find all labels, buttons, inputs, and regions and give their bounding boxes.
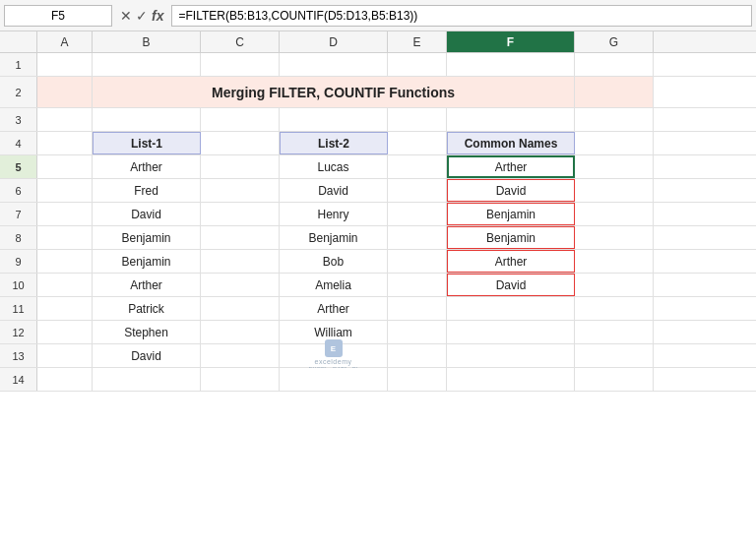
col-header-e[interactable]: E — [388, 31, 447, 52]
cell-e1[interactable] — [388, 53, 447, 76]
col-header-b[interactable]: B — [93, 31, 201, 52]
col-header-a[interactable]: A — [37, 31, 93, 52]
cell-e7[interactable] — [388, 203, 447, 225]
cell-a4[interactable] — [37, 132, 93, 154]
cell-d5[interactable]: Lucas — [280, 155, 388, 178]
cell-a2[interactable] — [37, 77, 93, 107]
cell-c3[interactable] — [201, 108, 280, 131]
cell-f12[interactable] — [447, 321, 575, 343]
cell-a8[interactable] — [37, 226, 93, 249]
cell-d8[interactable]: Benjamin — [280, 226, 388, 249]
cell-g14[interactable] — [575, 368, 654, 391]
cell-b5[interactable]: Arther — [93, 155, 201, 178]
cell-a5[interactable] — [37, 155, 93, 178]
cell-f11[interactable] — [447, 297, 575, 320]
cell-e3[interactable] — [388, 108, 447, 131]
cell-a7[interactable] — [37, 203, 93, 225]
cell-e5[interactable] — [388, 155, 447, 178]
cell-a12[interactable] — [37, 321, 93, 343]
cell-f6[interactable]: David — [447, 179, 575, 202]
cell-c11[interactable] — [201, 297, 280, 320]
cell-b3[interactable] — [93, 108, 201, 131]
cell-d10[interactable]: Amelia — [280, 274, 388, 296]
cell-c9[interactable] — [201, 250, 280, 273]
cell-a6[interactable] — [37, 179, 93, 202]
cell-g6[interactable] — [575, 179, 654, 202]
cell-g11[interactable] — [575, 297, 654, 320]
cell-f9[interactable]: Arther — [447, 250, 575, 273]
col-header-g[interactable]: G — [575, 31, 654, 52]
cell-c7[interactable] — [201, 203, 280, 225]
cell-g5[interactable] — [575, 155, 654, 178]
cell-g2[interactable] — [575, 77, 654, 107]
cell-a14[interactable] — [37, 368, 93, 391]
cell-g4[interactable] — [575, 132, 654, 154]
cell-f14[interactable] — [447, 368, 575, 391]
cell-d1[interactable] — [280, 53, 388, 76]
cell-a10[interactable] — [37, 274, 93, 296]
cell-g7[interactable] — [575, 203, 654, 225]
cell-b4-list1-header[interactable]: List-1 — [93, 132, 201, 154]
col-header-c[interactable]: C — [201, 31, 280, 52]
cell-b10[interactable]: Arther — [93, 274, 201, 296]
cell-a11[interactable] — [37, 297, 93, 320]
confirm-icon[interactable]: ✓ — [136, 8, 148, 24]
cell-d11[interactable]: Arther — [280, 297, 388, 320]
cell-c5[interactable] — [201, 155, 280, 178]
cell-b9[interactable]: Benjamin — [93, 250, 201, 273]
cell-d13[interactable]: E exceldemy EXCEL · DATA · BI — [280, 344, 388, 367]
cell-e6[interactable] — [388, 179, 447, 202]
cell-e4[interactable] — [388, 132, 447, 154]
cell-d14[interactable] — [280, 368, 388, 391]
function-icon[interactable]: fx — [152, 8, 163, 24]
cell-reference[interactable]: F5 — [4, 5, 112, 27]
cell-a1[interactable] — [37, 53, 93, 76]
cell-a9[interactable] — [37, 250, 93, 273]
cell-e11[interactable] — [388, 297, 447, 320]
cell-f3[interactable] — [447, 108, 575, 131]
cell-d7[interactable]: Henry — [280, 203, 388, 225]
cell-g1[interactable] — [575, 53, 654, 76]
cell-c1[interactable] — [201, 53, 280, 76]
cell-c8[interactable] — [201, 226, 280, 249]
cell-e8[interactable] — [388, 226, 447, 249]
cell-c12[interactable] — [201, 321, 280, 343]
title-cell[interactable]: Merging FILTER, COUNTIF Functions — [93, 77, 575, 107]
cell-g8[interactable] — [575, 226, 654, 249]
cell-b1[interactable] — [93, 53, 201, 76]
cell-c10[interactable] — [201, 274, 280, 296]
cell-f1[interactable] — [447, 53, 575, 76]
cancel-icon[interactable]: ✕ — [120, 8, 132, 24]
cell-f7[interactable]: Benjamin — [447, 203, 575, 225]
cell-c6[interactable] — [201, 179, 280, 202]
cell-e14[interactable] — [388, 368, 447, 391]
cell-f13[interactable] — [447, 344, 575, 367]
cell-b7[interactable]: David — [93, 203, 201, 225]
cell-g9[interactable] — [575, 250, 654, 273]
cell-g13[interactable] — [575, 344, 654, 367]
cell-g3[interactable] — [575, 108, 654, 131]
cell-e12[interactable] — [388, 321, 447, 343]
cell-d4-list2-header[interactable]: List-2 — [280, 132, 388, 154]
cell-d9[interactable]: Bob — [280, 250, 388, 273]
cell-b6[interactable]: Fred — [93, 179, 201, 202]
cell-e13[interactable] — [388, 344, 447, 367]
cell-a13[interactable] — [37, 344, 93, 367]
cell-f4-common-header[interactable]: Common Names — [447, 132, 575, 154]
cell-a3[interactable] — [37, 108, 93, 131]
cell-c14[interactable] — [201, 368, 280, 391]
cell-b11[interactable]: Patrick — [93, 297, 201, 320]
cell-c13[interactable] — [201, 344, 280, 367]
cell-e9[interactable] — [388, 250, 447, 273]
col-header-f[interactable]: F — [447, 31, 575, 52]
cell-d3[interactable] — [280, 108, 388, 131]
cell-d6[interactable]: David — [280, 179, 388, 202]
cell-b12[interactable]: Stephen — [93, 321, 201, 343]
cell-g10[interactable] — [575, 274, 654, 296]
cell-f5[interactable]: Arther — [447, 155, 575, 178]
cell-f10[interactable]: David — [447, 274, 575, 296]
cell-c4[interactable] — [201, 132, 280, 154]
formula-input[interactable]: =FILTER(B5:B13,COUNTIF(D5:D13,B5:B13)) — [171, 5, 752, 27]
col-header-d[interactable]: D — [280, 31, 388, 52]
cell-g12[interactable] — [575, 321, 654, 343]
